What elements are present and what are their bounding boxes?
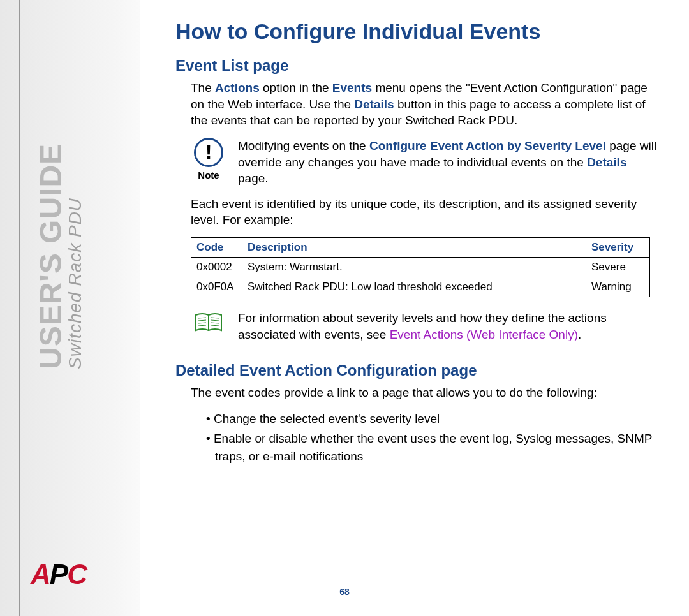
logo-letter-a: A — [31, 559, 50, 590]
sidebar-text: USER'S GUIDE Switched Rack PDU — [36, 143, 85, 369]
cell-sev: Severe — [586, 258, 650, 277]
exclamation-icon: ! — [194, 138, 223, 167]
note-label: Note — [198, 170, 219, 180]
page-number: 68 — [0, 587, 689, 597]
term-details: Details — [354, 98, 394, 111]
list-item: Change the selected event's severity lev… — [206, 410, 660, 429]
table-header-row: Code Description Severity — [191, 238, 650, 258]
logo-letter-c: C — [67, 559, 86, 590]
bullet-list: Change the selected event's severity lev… — [206, 410, 660, 466]
sidebar-rule — [19, 0, 20, 616]
sidebar: USER'S GUIDE Switched Rack PDU APC — [0, 0, 140, 616]
main-content: How to Configure Individual Events Event… — [175, 19, 660, 467]
table-row: 0x0F0A Switched Rack PDU: Low load thres… — [191, 277, 650, 297]
cell-code: 0x0F0A — [191, 277, 242, 297]
cell-sev: Warning — [586, 277, 650, 297]
para-intro: The Actions option in the Events menu op… — [191, 80, 660, 129]
reference-text: For information about severity levels an… — [238, 310, 660, 342]
reference-block: For information about severity levels an… — [191, 310, 660, 342]
term-details-2: Details — [587, 156, 626, 169]
guide-subtitle: Switched Rack PDU — [65, 143, 85, 369]
guide-title: USER'S GUIDE — [36, 143, 66, 369]
link-event-actions[interactable]: Event Actions (Web Interface Only) — [390, 328, 578, 341]
book-icon — [191, 310, 226, 333]
col-code: Code — [191, 238, 242, 258]
list-item: Enable or disable whether the event uses… — [206, 430, 660, 466]
event-table: Code Description Severity 0x0002 System:… — [191, 237, 650, 297]
note-icon-wrap: ! Note — [191, 138, 226, 180]
apc-logo: APC — [31, 559, 86, 590]
term-config-by-severity: Configure Event Action by Severity Level — [369, 139, 606, 152]
cell-desc: System: Warmstart. — [242, 258, 586, 277]
table-row: 0x0002 System: Warmstart. Severe — [191, 258, 650, 277]
col-description: Description — [242, 238, 586, 258]
note-text: Modifying events on the Configure Event … — [238, 138, 660, 187]
section-heading-event-list: Event List page — [175, 57, 660, 75]
col-severity: Severity — [586, 238, 650, 258]
note-block: ! Note Modifying events on the Configure… — [191, 138, 660, 187]
section-heading-detailed: Detailed Event Action Configuration page — [175, 362, 660, 379]
page-title: How to Configure Individual Events — [175, 19, 660, 44]
logo-letter-p: P — [50, 559, 67, 590]
para-event-identification: Each event is identified by its unique c… — [191, 196, 660, 228]
term-actions: Actions — [215, 81, 260, 94]
cell-desc: Switched Rack PDU: Low load threshold ex… — [242, 277, 586, 297]
term-events: Events — [332, 81, 372, 94]
para-event-codes: The event codes provide a link to a page… — [191, 385, 660, 401]
cell-code: 0x0002 — [191, 258, 242, 277]
